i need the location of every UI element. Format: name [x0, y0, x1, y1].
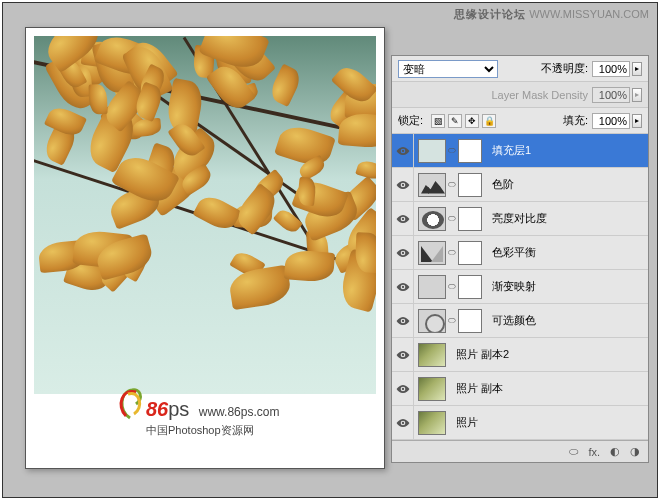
lock-icons: ▧ ✎ ✥ 🔒 — [431, 114, 496, 128]
svg-point-3 — [401, 251, 403, 253]
visibility-eye-icon[interactable] — [392, 304, 414, 338]
layer-thumb[interactable] — [418, 411, 446, 435]
adjustment-icon[interactable]: ◑ — [630, 445, 640, 458]
document-canvas[interactable]: 86ps www.86ps.com 中国Photoshop资源网 — [25, 27, 385, 469]
fill-arrow-icon[interactable]: ▸ — [632, 114, 642, 128]
layer-name: 照片 副本 — [456, 381, 503, 396]
layer-row[interactable]: ⬭可选颜色 — [392, 304, 648, 338]
layer-name: 渐变映射 — [492, 279, 536, 294]
panel-footer: ⬭ fx. ◐ ◑ — [392, 440, 648, 462]
layer-mask-thumb[interactable] — [458, 241, 482, 265]
logo-tagline: 中国Photoshop资源网 — [146, 423, 279, 438]
layer-row[interactable]: ⬭亮度对比度 — [392, 202, 648, 236]
layers-panel: 变暗 不透明度: ▸ Layer Mask Density ▸ 锁定: ▧ ✎ … — [391, 55, 649, 463]
leaves-art — [34, 36, 376, 394]
mask-density-row: Layer Mask Density ▸ — [392, 82, 648, 108]
watermark-url: WWW.MISSYUAN.COM — [529, 8, 649, 20]
layer-mask-thumb[interactable] — [458, 309, 482, 333]
logo-swirl-icon — [110, 380, 150, 420]
layer-name: 照片 — [456, 415, 478, 430]
visibility-eye-icon[interactable] — [392, 236, 414, 270]
fx-menu[interactable]: fx. — [588, 446, 600, 458]
opacity-field[interactable]: ▸ — [592, 61, 642, 77]
fill-field[interactable]: ▸ — [592, 113, 642, 129]
workspace: 思缘设计论坛 WWW.MISSYUAN.COM 86ps www.86ps.co… — [2, 2, 658, 498]
layer-row[interactable]: ⬭填充层1 — [392, 134, 648, 168]
visibility-eye-icon[interactable] — [392, 338, 414, 372]
watermark-forum: 思缘设计论坛 — [454, 8, 526, 20]
layer-thumb[interactable] — [418, 207, 446, 231]
layer-name: 色阶 — [492, 177, 514, 192]
svg-point-1 — [401, 183, 403, 185]
layer-row[interactable]: ⬭色彩平衡 — [392, 236, 648, 270]
opacity-input[interactable] — [592, 61, 630, 77]
visibility-eye-icon[interactable] — [392, 202, 414, 236]
layer-name: 照片 副本2 — [456, 347, 509, 362]
svg-point-6 — [401, 353, 403, 355]
visibility-eye-icon[interactable] — [392, 406, 414, 440]
visibility-eye-icon[interactable] — [392, 270, 414, 304]
layer-thumb[interactable] — [418, 377, 446, 401]
mask-density-arrow-icon: ▸ — [632, 88, 642, 102]
svg-point-4 — [401, 285, 403, 287]
layer-name: 亮度对比度 — [492, 211, 547, 226]
logo-url: www.86ps.com — [199, 405, 280, 419]
logo-ps: ps — [168, 398, 189, 420]
add-mask-icon[interactable]: ◐ — [610, 445, 620, 458]
lock-position-icon[interactable]: ✥ — [465, 114, 479, 128]
layer-thumb[interactable] — [418, 139, 446, 163]
link-icon[interactable]: ⬭ — [448, 145, 456, 156]
visibility-eye-icon[interactable] — [392, 168, 414, 202]
link-icon[interactable]: ⬭ — [448, 281, 456, 292]
layer-name: 填充层1 — [492, 143, 531, 158]
layer-row[interactable]: 照片 副本 — [392, 372, 648, 406]
layer-thumb[interactable] — [418, 275, 446, 299]
svg-point-7 — [401, 387, 403, 389]
link-layers-icon[interactable]: ⬭ — [569, 445, 578, 458]
link-icon[interactable]: ⬭ — [448, 315, 456, 326]
opacity-label: 不透明度: — [541, 61, 588, 76]
fill-input[interactable] — [592, 113, 630, 129]
layer-mask-thumb[interactable] — [458, 139, 482, 163]
watermark: 思缘设计论坛 WWW.MISSYUAN.COM — [454, 7, 649, 22]
fill-label: 填充: — [563, 113, 588, 128]
layer-name: 可选颜色 — [492, 313, 536, 328]
layer-thumb[interactable] — [418, 309, 446, 333]
visibility-eye-icon[interactable] — [392, 134, 414, 168]
layer-row[interactable]: ⬭色阶 — [392, 168, 648, 202]
lock-all-icon[interactable]: 🔒 — [482, 114, 496, 128]
layer-thumb[interactable] — [418, 241, 446, 265]
layer-row[interactable]: ⬭渐变映射 — [392, 270, 648, 304]
site-logo: 86ps www.86ps.com 中国Photoshop资源网 — [146, 398, 279, 438]
blend-mode-select[interactable]: 变暗 — [398, 60, 498, 78]
opacity-arrow-icon[interactable]: ▸ — [632, 62, 642, 76]
layer-thumb[interactable] — [418, 173, 446, 197]
mask-density-input — [592, 87, 630, 103]
svg-point-8 — [401, 421, 403, 423]
layer-mask-thumb[interactable] — [458, 275, 482, 299]
svg-point-0 — [401, 149, 403, 151]
layer-row[interactable]: 照片 副本2 — [392, 338, 648, 372]
layer-list: ⬭填充层1⬭色阶⬭亮度对比度⬭色彩平衡⬭渐变映射⬭可选颜色照片 副本2照片 副本… — [392, 134, 648, 440]
link-icon[interactable]: ⬭ — [448, 179, 456, 190]
svg-point-5 — [401, 319, 403, 321]
layer-thumb[interactable] — [418, 343, 446, 367]
lock-pixels-icon[interactable]: ✎ — [448, 114, 462, 128]
mask-density-label: Layer Mask Density — [491, 89, 588, 101]
blend-row: 变暗 不透明度: ▸ — [392, 56, 648, 82]
layer-mask-thumb[interactable] — [458, 173, 482, 197]
photo-preview — [34, 36, 376, 394]
link-icon[interactable]: ⬭ — [448, 213, 456, 224]
layer-row[interactable]: 照片 — [392, 406, 648, 440]
svg-point-2 — [401, 217, 403, 219]
lock-label: 锁定: — [398, 113, 423, 128]
layer-mask-thumb[interactable] — [458, 207, 482, 231]
layer-name: 色彩平衡 — [492, 245, 536, 260]
lock-row: 锁定: ▧ ✎ ✥ 🔒 填充: ▸ — [392, 108, 648, 134]
link-icon[interactable]: ⬭ — [448, 247, 456, 258]
lock-transparent-icon[interactable]: ▧ — [431, 114, 445, 128]
visibility-eye-icon[interactable] — [392, 372, 414, 406]
